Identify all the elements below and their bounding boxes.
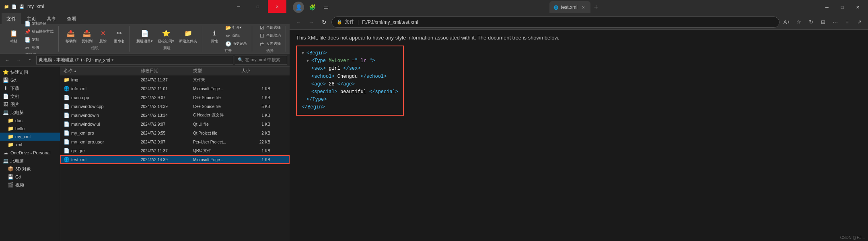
history-button[interactable]: 🕐 历史记录	[223, 40, 249, 48]
addr-back-button[interactable]: ←	[293, 17, 304, 28]
folder-myxml-icon: 📁	[7, 134, 14, 139]
sidebar-item-download[interactable]: ⬇ 下载	[0, 84, 60, 92]
tab-view[interactable]: 查看	[62, 13, 81, 24]
cloud-icon: ☁	[2, 150, 9, 156]
file-row[interactable]: 📄 qrc.qrc 2024/7/2 11:37 QRC 文件 1 KB	[60, 146, 290, 155]
up-button[interactable]: ↑	[25, 55, 35, 65]
deselect-all-button[interactable]: ☐ 全部取消	[257, 32, 282, 39]
file-row[interactable]: 📁 img 2024/7/2 11:37 文件夹	[60, 75, 290, 84]
file-row[interactable]: 📄 main.cpp 2024/7/2 9:07 C++ Source file…	[60, 93, 290, 102]
sidebar-item-my-xml[interactable]: 📁 my_xml	[0, 133, 60, 141]
open-icon: 📂	[225, 25, 231, 31]
addr-font-increase-icon[interactable]: A+	[781, 17, 792, 28]
file-rows: 📁 img 2024/7/2 11:37 文件夹 🌐 info.xml 2024…	[60, 75, 290, 241]
new-tab-button[interactable]: +	[590, 2, 602, 13]
addr-refresh2-icon[interactable]: ↻	[805, 17, 817, 28]
addr-refresh-button[interactable]: ↻	[319, 17, 330, 28]
file-row[interactable]: 📄 mainwindow.h 2024/7/2 13:34 C Header 源…	[60, 111, 290, 120]
paste-button[interactable]: 📋 粘贴	[6, 27, 21, 45]
back-button[interactable]: ←	[2, 55, 12, 65]
edit-button[interactable]: ✏ 编辑	[223, 32, 249, 39]
browser-maximize-button[interactable]: □	[835, 2, 849, 13]
sidebar-item-video[interactable]: 🎬 视频	[0, 181, 60, 189]
new-item-button[interactable]: 📄 新建项目▾	[135, 27, 154, 45]
browser-avatar[interactable]: 👤	[293, 2, 304, 13]
col-header-name[interactable]: 名称 ▲	[60, 68, 141, 74]
browser-minimize-button[interactable]: ─	[820, 2, 834, 13]
browser-extensions-icon[interactable]: 🧩	[306, 2, 318, 13]
file-row[interactable]: 📄 my_xml.pro 2024/7/2 9:55 Qt Project fi…	[60, 129, 290, 137]
copy-path-icon: 📄	[24, 21, 31, 27]
sidebar-item-pc2[interactable]: 💻 此电脑	[0, 157, 60, 165]
col-header-size[interactable]: 大小	[241, 68, 274, 74]
forward-button[interactable]: →	[14, 55, 23, 65]
tab-close-button[interactable]: ✕	[580, 4, 586, 10]
sidebar-item-onedrive[interactable]: ☁ OneDrive - Personal	[0, 149, 60, 157]
file-name-qrc: 📄 qrc.qrc	[60, 148, 141, 154]
col-header-type[interactable]: 类型	[193, 68, 241, 74]
sidebar-item-g[interactable]: 💾 G:\	[0, 76, 60, 84]
organize-group: 📤 移动到 📥 复制到 ✕ 删除 ✏ 重命名	[60, 26, 130, 52]
invert-selection-button[interactable]: ⇄ 反向选择	[257, 40, 282, 48]
browser-tab-test-xml[interactable]: 🌐 test.xml ✕	[549, 1, 590, 13]
xml-info-text: This XML file does not appear to have an…	[296, 35, 862, 41]
sidebar-item-3d[interactable]: 📦 3D 对象	[0, 165, 60, 173]
xml-line-3: <sex> girl </sex>	[302, 65, 398, 73]
addr-more-icon[interactable]: ⋯	[829, 17, 841, 28]
sidebar-item-this-pc[interactable]: 💻 此电脑	[0, 108, 60, 116]
copy-path-button[interactable]: 📄 复制路径	[23, 20, 55, 27]
open-button[interactable]: 📂 打开▾	[223, 24, 249, 31]
search-placeholder: 在 my_xml 中搜索	[245, 57, 280, 63]
collapse-arrow-begin[interactable]: ▼	[302, 51, 306, 56]
close-button[interactable]: ✕	[268, 0, 286, 13]
new-buttons: 📄 新建项目▾ ⭐ 轻松访问▾ 📁 新建文件夹	[135, 27, 199, 45]
minimize-button[interactable]: ─	[229, 0, 248, 13]
sidebar-item-hello[interactable]: 📁 hello	[0, 125, 60, 133]
file-row-selected[interactable]: 🌐 test.xml 2024/7/2 14:39 Microsoft Edge…	[60, 155, 290, 164]
copy-button[interactable]: 📑 复制	[23, 36, 55, 44]
browser-close-button[interactable]: ✕	[850, 2, 865, 13]
xml-line-2: ▼ <Type MyLover =" lr ">	[302, 57, 398, 65]
move-to-button[interactable]: 📤 移动到	[64, 27, 78, 45]
sidebar-item-doc[interactable]: 📁 doc	[0, 116, 60, 125]
col-header-date[interactable]: 修改日期	[141, 68, 193, 74]
browser-window-controls: ─ □ ✕	[820, 2, 865, 13]
copy-to-button[interactable]: 📥 复制到	[80, 27, 94, 45]
move-icon: 📤	[65, 27, 76, 39]
file-list-container: ⭐ 快速访问 💾 G:\ ⬇ 下载 📄 文档 🖼 图片 💻 此电脑	[0, 66, 290, 241]
addr-split-icon[interactable]: ⊞	[817, 17, 829, 28]
clipboard-buttons: 📋 粘贴 📄 复制路径 📌 粘贴快捷方式 📑	[6, 20, 55, 52]
addr-forward-button[interactable]: →	[306, 17, 317, 28]
browser-sidebar-icon[interactable]: ▭	[320, 2, 331, 13]
file-row[interactable]: 📄 my_xml.pro.user 2024/7/2 9:07 Per-User…	[60, 137, 290, 146]
paste-shortcut-button[interactable]: 📌 粘贴快捷方式	[23, 28, 55, 35]
sidebar-item-docs[interactable]: 📄 文档	[0, 92, 60, 100]
delete-button[interactable]: ✕ 删除	[96, 27, 110, 45]
addr-favorite-icon[interactable]: ☆	[793, 17, 804, 28]
address-input[interactable]: 🔒 文件 | F:/PJ/xml/my_xml/test.xml	[331, 17, 780, 28]
cut-button[interactable]: ✂ 剪切	[23, 44, 55, 52]
properties-button[interactable]: ℹ 属性	[207, 27, 222, 45]
maximize-button[interactable]: □	[249, 0, 267, 13]
tab-favicon-icon: 🌐	[553, 5, 558, 10]
sidebar-item-g2[interactable]: 💾 G:\	[0, 173, 60, 181]
file-name-img: 📁 img	[60, 77, 141, 83]
sidebar-item-pictures[interactable]: 🖼 图片	[0, 100, 60, 108]
new-folder-button[interactable]: 📁 新建文件夹	[177, 27, 199, 45]
sidebar-item-xml[interactable]: 📁 xml	[0, 141, 60, 149]
breadcrumb-disk: 本地磁盘 (F:)	[56, 57, 82, 63]
select-all-button[interactable]: ☑ 全部选择	[257, 24, 282, 31]
title-bar-icons: 📁 📄 💾	[3, 3, 25, 10]
sidebar-item-quick-access[interactable]: ⭐ 快速访问	[0, 68, 60, 76]
addr-label-file: 文件	[345, 19, 354, 25]
search-box[interactable]: 🔍 在 my_xml 中搜索	[235, 56, 287, 64]
addr-sidebar-icon[interactable]: ≡	[841, 17, 853, 28]
rename-button[interactable]: ✏ 重命名	[112, 27, 126, 45]
collapse-arrow-type[interactable]: ▼	[306, 59, 311, 63]
easy-access-button[interactable]: ⭐ 轻松访问▾	[156, 27, 176, 45]
addr-share-icon[interactable]: ↗	[854, 17, 865, 28]
file-row[interactable]: 🌐 info.xml 2024/7/2 11:01 Microsoft Edge…	[60, 84, 290, 93]
file-row[interactable]: 📄 mainwindow.ui 2024/7/2 9:07 Qt UI file…	[60, 120, 290, 129]
breadcrumb[interactable]: 此电脑 › 本地磁盘 (F:) › PJ › my_xml ▾	[36, 56, 233, 64]
file-row[interactable]: 📄 mainwindow.cpp 2024/7/2 14:39 C++ Sour…	[60, 102, 290, 111]
